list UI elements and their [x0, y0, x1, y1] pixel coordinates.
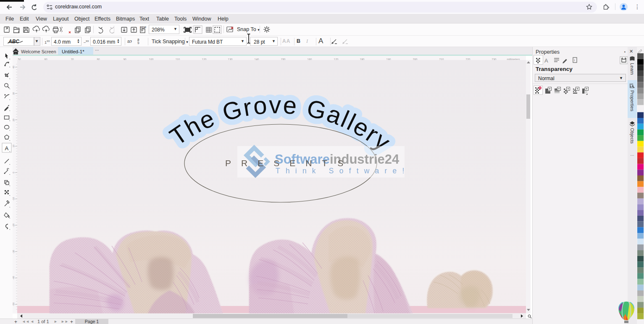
svg-text:Think Software!: Think Software!: [276, 167, 410, 175]
svg-text:-10: -10: [13, 197, 15, 201]
svg-text:0: 0: [13, 172, 15, 173]
svg-text:-20: -20: [13, 223, 15, 227]
svg-text:40: 40: [13, 65, 15, 68]
svg-text:PDF: PDF: [140, 26, 146, 29]
svg-text:-50: -50: [13, 302, 15, 306]
svg-text:i: i: [574, 58, 575, 62]
svg-text:-30: -30: [13, 250, 15, 253]
svg-text:10: 10: [13, 144, 15, 147]
svg-text:ABC: ABC: [8, 39, 19, 44]
svg-text:-40: -40: [13, 276, 15, 280]
svg-text:PRESENTS: PRESENTS: [225, 158, 353, 168]
svg-text:20: 20: [13, 118, 15, 121]
svg-text:A: A: [5, 145, 9, 152]
svg-text:A: A: [544, 57, 548, 64]
svg-text:30: 30: [13, 92, 15, 95]
